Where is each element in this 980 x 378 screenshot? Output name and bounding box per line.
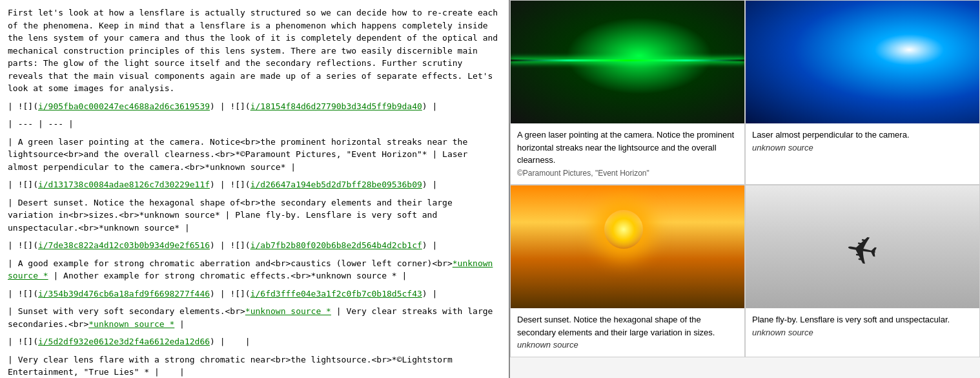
links-line-4: | ![](i/354b39d476cb6a18afd9f6698277f446… [8,288,501,300]
caption-line-1: | A green laser pointing at the camera. … [8,136,501,174]
image-laser-green [511,1,744,123]
image-cell-2: Laser almost perpendicular to the camera… [745,0,980,185]
caption-box-1: A green laser pointing at the camera. No… [511,123,744,184]
image-cell-3: Desert sunset. Notice the hexagonal shap… [510,185,745,357]
link-4[interactable]: i/d26647a194eb5d2d7bff28be09536b09 [250,180,422,189]
image-sunset [511,185,744,308]
source-2: unknown source [752,143,813,152]
caption-box-4: Plane fly-by. Lensflare is very soft and… [746,308,979,344]
link-unknown-1[interactable]: *unknown source * [8,258,493,281]
links-line: | ![](i/905fba0c000247ec4688a2d6c3619539… [8,100,501,113]
caption-box-3: Desert sunset. Notice the hexagonal shap… [511,308,744,357]
left-panel: First let's look at how a lensflare is a… [0,0,510,378]
link-9[interactable]: i/5d2df932e0612e3d2f4a6612eda12d66 [38,337,210,346]
link-3[interactable]: i/d131738c0084adae8126c7d30229e11f [38,180,210,189]
caption-line-2: | Desert sunset. Notice the hexagonal sh… [8,196,501,235]
image-grid: A green laser pointing at the camera. No… [510,0,980,357]
link-unknown-2[interactable]: *unknown source * [245,306,331,316]
caption-line-5: | Very clear lens flare with a strong ch… [8,353,501,379]
copyright-1: ©Paramount Pictures, "Event Horizon" [517,169,649,178]
image-cell-1: A green laser pointing at the camera. No… [510,0,745,185]
source-3: unknown source [517,340,578,350]
image-cell-4: Plane fly-by. Lensflare is very soft and… [745,185,980,357]
link-7[interactable]: i/354b39d476cb6a18afd9f6698277f446 [38,289,210,299]
source-4: unknown source [752,328,813,337]
caption-line-3: | A good example for strong chromatic ab… [8,257,501,282]
link-1[interactable]: i/905fba0c000247ec4688a2d6c3619539 [38,101,210,111]
links-line-2: | ![](i/d131738c0084adae8126c7d30229e11f… [8,178,501,191]
caption-text-3: Desert sunset. Notice the hexagonal shap… [517,315,715,337]
image-laser-blue [746,1,979,123]
intro-text: First let's look at how a lensflare is a… [8,6,501,95]
caption-text-2: Laser almost perpendicular to the camera… [752,130,910,140]
right-panel: A green laser pointing at the camera. No… [510,0,980,378]
link-unknown-3[interactable]: *unknown source * [88,319,174,329]
link-6[interactable]: i/ab7fb2b80f020b6b8e2d564b4d2cb1cf [250,240,422,250]
caption-text-1: A green laser pointing at the camera. No… [517,130,734,165]
link-8[interactable]: i/6fd3fffe04e3a1f2c0fb7c0b18d5cf43 [250,289,422,299]
caption-text-4: Plane fly-by. Lensflare is very soft and… [752,315,950,324]
links-line-5: | ![](i/5d2df932e0612e3d2f4a6612eda12d66… [8,335,501,348]
caption-line-4: | Sunset with very soft secondary elemen… [8,305,501,330]
links-line-3: | ![](i/7de38c822a4d12c03b0b934d9e2f6516… [8,239,501,252]
link-2[interactable]: i/18154f84d6d27790b3d34d5ff9b9da40 [250,101,422,111]
link-5[interactable]: i/7de38c822a4d12c03b0b934d9e2f6516 [38,240,210,250]
divider-line: | --- | --- | [8,118,501,131]
caption-box-2: Laser almost perpendicular to the camera… [746,123,979,159]
image-plane [746,185,979,308]
